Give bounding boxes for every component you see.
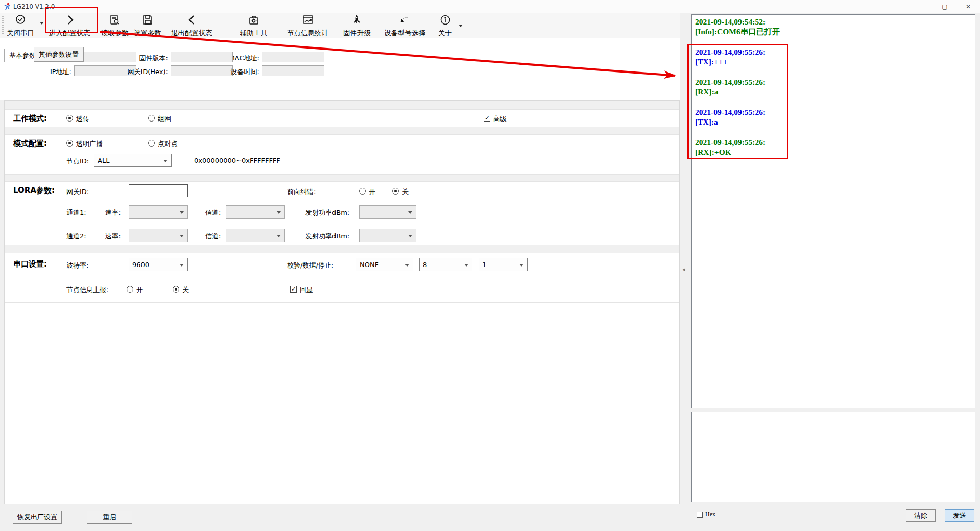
channel-divider bbox=[107, 226, 608, 226]
toolbar-close-serial-port[interactable]: 关闭串口 bbox=[7, 13, 34, 38]
channel1-channel-combo[interactable] bbox=[226, 205, 285, 219]
log-entry: 2021-09-14,09:55:26:[TX]:+++ bbox=[695, 47, 971, 66]
title-bar: LG210 V1.2.0 — ▢ ✕ bbox=[0, 0, 980, 13]
toolbar-device-model-select[interactable]: 设备型号选择 bbox=[384, 13, 425, 38]
close-button[interactable]: ✕ bbox=[957, 0, 980, 13]
mode-config-band: 模式配置: 透明广播 点对点 节点ID: ALL 0x00000000~0xFF… bbox=[5, 134, 679, 175]
parity-data-stop-label: 校验/数据/停止: bbox=[287, 261, 333, 270]
work-mode-network-radio[interactable] bbox=[148, 115, 155, 122]
channel2-rate-combo[interactable] bbox=[129, 229, 188, 242]
fec-on-radio[interactable] bbox=[359, 188, 366, 195]
toolbox-icon bbox=[248, 13, 260, 28]
mode-p2p-label: 点对点 bbox=[158, 139, 178, 149]
gateway-id-input[interactable] bbox=[129, 184, 188, 197]
toolbar-firmware-upgrade[interactable]: 固件升级 bbox=[343, 13, 371, 38]
maximize-button[interactable]: ▢ bbox=[933, 0, 957, 13]
toolbar-about[interactable]: 关于 bbox=[438, 13, 452, 38]
device-time-label: 设备时间: bbox=[216, 67, 259, 77]
info-icon bbox=[439, 13, 451, 28]
device-time-field[interactable] bbox=[262, 65, 324, 76]
channel2-channel-combo[interactable] bbox=[226, 229, 285, 242]
lora-band: LORA参数: 网关ID: 前向纠错: 开 关 通道1: 速率: 信道: 发射功… bbox=[5, 181, 679, 245]
mode-broadcast-radio[interactable] bbox=[66, 140, 73, 147]
toolbar-grip[interactable] bbox=[2, 16, 4, 35]
window-title: LG210 V1.2.0 bbox=[13, 3, 55, 10]
data-bits-combo[interactable]: 8 bbox=[419, 258, 472, 271]
serial-title: 串口设置: bbox=[13, 259, 47, 269]
channel1-rate-combo[interactable] bbox=[129, 205, 188, 219]
restart-button[interactable]: 重启 bbox=[87, 511, 132, 524]
chevron-left-icon bbox=[186, 13, 198, 28]
rate-label-2: 速率: bbox=[105, 232, 121, 241]
chevron-down-icon[interactable] bbox=[459, 25, 463, 27]
work-mode-network-label: 组网 bbox=[158, 114, 171, 124]
node-id-label: 节点ID: bbox=[66, 157, 89, 166]
hex-label: Hex bbox=[705, 511, 715, 518]
parity-combo[interactable]: NONE bbox=[356, 258, 413, 271]
toolbar-aux-tools[interactable]: 辅助工具 bbox=[240, 13, 268, 38]
log-panel[interactable]: 2021-09-14,09:54:52:[Info]:COM6串口已打开 202… bbox=[691, 14, 975, 408]
clear-button[interactable]: 清除 bbox=[906, 509, 936, 522]
mode-broadcast-label: 透明广播 bbox=[76, 139, 103, 149]
fec-on-label: 开 bbox=[369, 187, 375, 197]
toolbar-read-params[interactable]: 读取参数 bbox=[101, 13, 129, 38]
node-id-combo[interactable]: ALL bbox=[94, 154, 172, 167]
work-mode-transparent-radio[interactable] bbox=[66, 115, 73, 122]
rocket-icon bbox=[351, 13, 363, 28]
work-mode-transparent-label: 透传 bbox=[76, 114, 89, 124]
fec-label: 前向纠错: bbox=[287, 187, 316, 197]
firmware-version-label: 固件版本: bbox=[115, 54, 168, 63]
firmware-version-field[interactable] bbox=[171, 52, 233, 62]
work-mode-title: 工作模式: bbox=[13, 114, 47, 124]
log-entry: 2021-09-14,09:55:26:[RX]:a bbox=[695, 77, 971, 96]
ip-address-label: IP地址: bbox=[20, 67, 71, 77]
channel1-power-combo[interactable] bbox=[359, 205, 416, 219]
toolbar-node-info-stats[interactable]: 节点信息统计 bbox=[287, 13, 328, 38]
power-label: 发射功率dBm: bbox=[305, 208, 349, 218]
mode-p2p-radio[interactable] bbox=[148, 140, 155, 147]
splitter-collapse-icon[interactable]: ◂ bbox=[682, 266, 685, 273]
stats-window-icon bbox=[302, 13, 314, 28]
baud-combo[interactable]: 9600 bbox=[129, 258, 188, 271]
toolbar-enter-config-mode[interactable]: 进入配置状态 bbox=[49, 13, 90, 38]
node-report-label: 节点信息上报: bbox=[66, 285, 108, 295]
node-id-range: 0x00000000~0xFFFFFFFF bbox=[194, 157, 280, 164]
send-input[interactable] bbox=[691, 412, 975, 502]
fec-off-radio[interactable] bbox=[392, 188, 399, 195]
channel-label-2: 信道: bbox=[205, 232, 221, 241]
hex-checkbox[interactable] bbox=[697, 512, 703, 518]
echo-checkbox[interactable] bbox=[290, 286, 297, 293]
advanced-checkbox[interactable] bbox=[484, 115, 490, 122]
device-info-section: 设备信息: 产品型号: 固件版本: MAC地址: IP地址: 网关ID(Hex)… bbox=[0, 38, 680, 100]
save-icon bbox=[141, 13, 154, 28]
port-check-icon bbox=[14, 13, 27, 28]
log-entry: 2021-09-14,09:54:52:[Info]:COM6串口已打开 bbox=[695, 17, 971, 36]
advanced-label: 高级 bbox=[493, 114, 507, 124]
send-button[interactable]: 发送 bbox=[945, 509, 974, 522]
lora-title: LORA参数: bbox=[13, 186, 55, 196]
channel2-label: 通道2: bbox=[66, 232, 86, 241]
baud-label: 波特率: bbox=[66, 261, 88, 270]
doc-search-icon bbox=[109, 13, 121, 28]
channel-label: 信道: bbox=[205, 208, 221, 218]
chevron-right-icon bbox=[64, 13, 76, 28]
factory-reset-button[interactable]: 恢复出厂设置 bbox=[13, 511, 62, 524]
chevron-down-icon[interactable] bbox=[40, 22, 44, 25]
tab-other-params[interactable]: 其他参数设置 bbox=[34, 47, 84, 62]
toolbar-set-params[interactable]: 设置参数 bbox=[134, 13, 161, 38]
stop-bits-combo[interactable]: 1 bbox=[479, 258, 528, 271]
toolbar-exit-config-mode[interactable]: 退出配置状态 bbox=[171, 13, 212, 38]
rate-label: 速率: bbox=[105, 208, 121, 218]
gateway-id-hex-label: 网关ID(Hex): bbox=[115, 67, 168, 77]
mac-address-field[interactable] bbox=[262, 52, 324, 62]
channel2-power-combo[interactable] bbox=[359, 229, 416, 242]
back-arrow-icon bbox=[399, 13, 411, 28]
node-report-on-radio[interactable] bbox=[127, 286, 133, 293]
node-report-off-radio[interactable] bbox=[173, 286, 179, 293]
node-report-off-label: 关 bbox=[182, 285, 189, 295]
serial-band: 串口设置: 波特率: 9600 校验/数据/停止: NONE 8 1 节点信息上… bbox=[5, 253, 679, 303]
work-mode-band: 工作模式: 透传 组网 高级 bbox=[5, 109, 679, 127]
minimize-button[interactable]: — bbox=[910, 0, 933, 13]
gateway-id-label: 网关ID: bbox=[66, 187, 89, 197]
echo-label: 回显 bbox=[300, 285, 313, 295]
